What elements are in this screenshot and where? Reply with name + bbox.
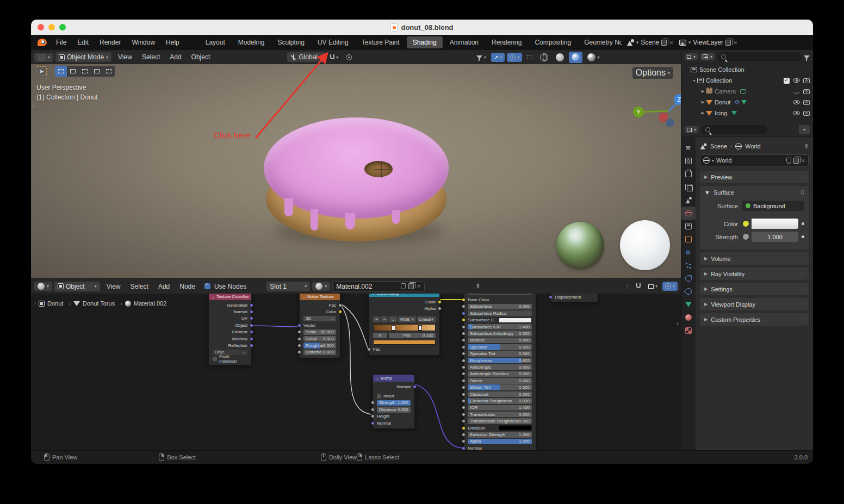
node-material-output[interactable]: Displacement xyxy=(550,294,598,302)
viewport-menu-item[interactable]: Add xyxy=(165,52,185,63)
node-param-row[interactable]: Base Color xyxy=(464,296,536,303)
editor-type-button[interactable]: ▾ xyxy=(34,53,53,62)
node-param-row[interactable]: Anisotropic 0.000 xyxy=(464,364,536,370)
outliner-row[interactable]: ▶ Donut ⚙ xyxy=(681,97,813,108)
eye-icon[interactable] xyxy=(793,100,800,104)
node-output-socket[interactable]: Object xyxy=(209,322,251,328)
socket-icon[interactable] xyxy=(250,337,253,341)
expand-arrow-icon[interactable]: ▶ xyxy=(700,89,706,94)
select-invert-button[interactable] xyxy=(91,66,103,77)
properties-tab[interactable] xyxy=(681,194,696,207)
socket-icon[interactable] xyxy=(462,298,466,302)
copy-material-icon[interactable] xyxy=(408,283,414,289)
node-menu-item[interactable]: Add xyxy=(154,281,174,292)
node-param-row[interactable]: Sheen 0.000 xyxy=(464,377,536,384)
socket-icon[interactable] xyxy=(250,310,253,314)
node-param-row[interactable]: Subsurface C.. xyxy=(464,317,536,323)
node-param-row[interactable]: Metallic 0.000 xyxy=(464,337,536,344)
socket-icon[interactable] xyxy=(297,350,301,354)
socket-icon[interactable] xyxy=(462,352,466,356)
outliner-row[interactable]: ▶ Camera xyxy=(681,86,813,97)
material-slot-selector[interactable]: Slot 1▾ xyxy=(266,282,310,291)
socket-icon[interactable] xyxy=(413,385,417,389)
socket-icon[interactable] xyxy=(462,426,466,430)
properties-tab[interactable] xyxy=(681,298,696,311)
socket-icon[interactable] xyxy=(297,337,301,341)
close-window-button[interactable] xyxy=(38,24,44,30)
xray-toggle-button[interactable] xyxy=(524,53,535,61)
properties-panel[interactable]: ▶Volume∷ xyxy=(700,252,809,265)
properties-options-button[interactable]: ▾ xyxy=(799,125,810,134)
unlink-icon[interactable]: ✕ xyxy=(801,158,805,164)
new-viewlayer-icon[interactable] xyxy=(725,40,731,46)
node-output-socket[interactable]: Window xyxy=(209,335,251,342)
node-param-field[interactable]: Scale50.000 xyxy=(300,329,340,335)
socket-icon[interactable] xyxy=(462,372,466,376)
filter-icon[interactable] xyxy=(804,55,810,59)
workspace-tab[interactable]: Layout xyxy=(200,36,231,48)
node-output-socket[interactable]: UV xyxy=(209,315,251,322)
socket-icon[interactable] xyxy=(297,344,301,347)
node-param-row[interactable]: Alpha 1.000 xyxy=(464,438,536,445)
socket-icon[interactable] xyxy=(462,399,466,403)
menu-item[interactable]: Window xyxy=(127,37,160,48)
workspace-tab[interactable]: Sculpting xyxy=(272,36,311,48)
material-name-field[interactable]: Material.002 ✕ xyxy=(332,281,425,292)
snapping-button[interactable]: ▾ xyxy=(327,53,341,61)
snap-grid-button[interactable]: ▾ xyxy=(646,282,660,290)
socket-icon[interactable] xyxy=(297,323,301,327)
browse-material-button[interactable]: ▾ xyxy=(312,282,330,291)
remove-stop-button[interactable]: − xyxy=(381,316,388,322)
properties-search-input[interactable] xyxy=(702,125,767,134)
node-param-row[interactable]: Specular 0.500 xyxy=(464,344,536,350)
node-param-row[interactable]: Emission Strength 1.000 xyxy=(464,431,536,438)
shading-solid-button[interactable] xyxy=(553,52,567,63)
use-nodes-checkbox[interactable]: Use Nodes xyxy=(202,281,249,292)
stop-index-field[interactable]: 0 xyxy=(373,333,387,339)
ramp-stop-handle[interactable] xyxy=(392,325,395,331)
properties-tab[interactable] xyxy=(681,233,696,246)
outliner-row[interactable]: Scene Collection xyxy=(681,64,813,75)
height-input-socket[interactable]: Height xyxy=(373,413,414,420)
interpolation-dropdown[interactable]: Linear▾ xyxy=(417,316,436,322)
color-swatch[interactable] xyxy=(499,425,532,431)
node-bump[interactable]: ⌄Bump Normal Invert Strength1.000 xyxy=(373,374,415,429)
node-param-row[interactable]: IOR 1.450 xyxy=(464,405,536,411)
show-overlays-button[interactable]: ▾ xyxy=(507,53,522,62)
node-param-row[interactable]: Specular Tint 0.000 xyxy=(464,351,536,357)
node-output-socket[interactable]: Alpha xyxy=(369,305,439,312)
socket-icon[interactable] xyxy=(462,385,466,389)
node-output-socket[interactable]: Fac xyxy=(300,302,340,308)
socket-icon[interactable] xyxy=(462,365,466,369)
camera-visibility-icon[interactable] xyxy=(803,100,810,105)
socket-icon[interactable] xyxy=(338,303,342,307)
socket-icon[interactable] xyxy=(371,414,375,418)
proportional-editing-button[interactable] xyxy=(343,53,355,62)
shading-material-button[interactable] xyxy=(569,52,582,63)
node-param-row[interactable]: Subsurface Anisotropy 0.000 xyxy=(464,330,536,337)
node-principled-bsdf[interactable]: Base Color Subsurface 0.000 xyxy=(463,294,536,450)
socket-icon[interactable] xyxy=(338,310,342,314)
menu-item[interactable]: Help xyxy=(161,37,184,48)
socket-icon[interactable] xyxy=(462,406,466,409)
menu-item[interactable]: File xyxy=(51,37,71,48)
socket-icon[interactable] xyxy=(462,318,466,322)
socket-icon[interactable] xyxy=(438,307,442,310)
exclude-checkbox-icon[interactable] xyxy=(784,78,790,84)
close-icon[interactable]: ✕ xyxy=(669,40,673,46)
scene-selector[interactable]: ▾ Scene ✕ xyxy=(627,39,674,46)
socket-icon[interactable] xyxy=(250,316,253,320)
editor-type-button[interactable]: ▾ xyxy=(34,282,52,291)
camera-visibility-icon[interactable] xyxy=(803,89,810,94)
surface-shader-selector[interactable]: Background xyxy=(742,201,804,211)
workspace-tab[interactable]: UV Editing xyxy=(312,36,355,48)
new-scene-icon[interactable] xyxy=(661,40,667,46)
socket-icon[interactable] xyxy=(462,338,466,342)
properties-tab[interactable] xyxy=(681,207,696,220)
sidebar-expand-arrow[interactable]: › xyxy=(32,102,34,109)
node-overlays-button[interactable]: ▾ xyxy=(662,282,678,291)
node-output-socket[interactable]: Reflection xyxy=(209,342,251,349)
node-output-socket[interactable]: Camera xyxy=(209,329,251,335)
node-output-socket[interactable]: Color xyxy=(369,298,439,305)
socket-icon[interactable] xyxy=(371,408,375,412)
